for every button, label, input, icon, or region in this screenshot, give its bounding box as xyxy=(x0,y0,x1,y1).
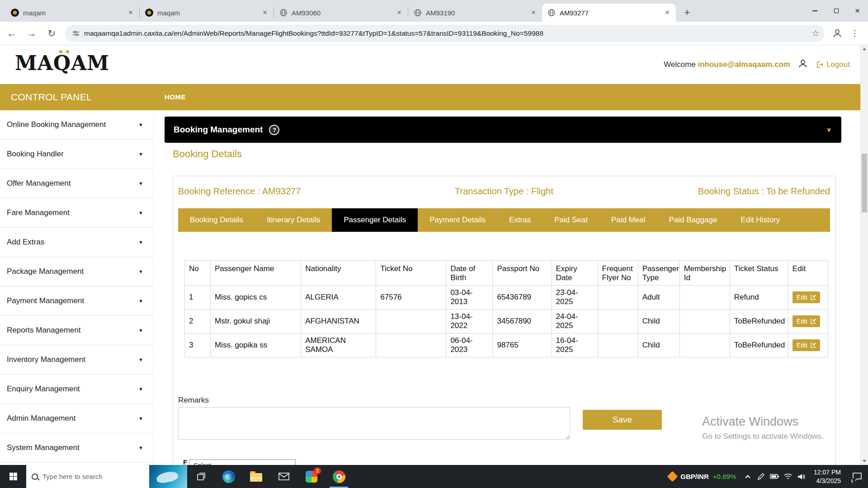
taskbar-ticker[interactable]: GBP/INR +0.89% xyxy=(663,465,741,488)
sidebar-item-add-extras[interactable]: Add Extras▼ xyxy=(0,228,153,257)
edit-passenger-2-button[interactable]: Edit xyxy=(793,315,820,327)
sidebar-item-reports-management[interactable]: Reports Management▼ xyxy=(0,316,153,345)
edit-passenger-1-button[interactable]: Edit xyxy=(793,291,820,303)
tab-paid-meal[interactable]: Paid Meal xyxy=(599,208,657,232)
cell: Refund xyxy=(730,286,788,310)
pinned-app-taskbar-button[interactable]: 3 xyxy=(297,465,325,488)
back-button[interactable]: ← xyxy=(3,24,21,42)
chevron-down-icon: ▼ xyxy=(138,269,143,274)
tab-paid-baggage[interactable]: Paid Baggage xyxy=(657,208,729,232)
action-center-button[interactable]: 9 xyxy=(846,465,868,488)
tab-close-icon[interactable]: × xyxy=(260,8,270,18)
remarks-textarea[interactable] xyxy=(178,407,570,440)
tab-close-icon[interactable]: × xyxy=(394,8,404,18)
restore-button[interactable] xyxy=(826,0,847,22)
column-header: Ticket No xyxy=(376,261,446,286)
page-scrollbar[interactable] xyxy=(860,45,868,465)
browser-tab-4[interactable]: AM93190 × xyxy=(408,4,542,22)
clipped-select-dropdown[interactable]: Select xyxy=(189,460,296,465)
user-icon[interactable] xyxy=(797,58,808,71)
refresh-button[interactable]: ↻ xyxy=(42,24,61,42)
tray-expand-button[interactable] xyxy=(741,465,754,488)
sidebar-item-system-management[interactable]: System Management▼ xyxy=(0,433,153,463)
site-header: MAQAM Welcome inhouse@almaqaam.com Logou… xyxy=(0,45,868,84)
tab-passenger-details[interactable]: Passenger Details xyxy=(332,208,418,232)
tab-extras[interactable]: Extras xyxy=(497,208,542,232)
start-button[interactable] xyxy=(0,465,26,488)
tab-close-icon[interactable]: × xyxy=(528,8,538,18)
scrollbar-up-arrow[interactable] xyxy=(861,45,868,53)
logout-label: Logout xyxy=(826,60,850,69)
chrome-taskbar-button[interactable] xyxy=(325,465,353,488)
collapse-caret-icon[interactable]: ▼ xyxy=(826,126,832,134)
window-close-button[interactable]: × xyxy=(847,0,868,22)
browser-tab-5-active[interactable]: AM93277 × xyxy=(542,4,676,22)
sidebar-item-package-management[interactable]: Package Management▼ xyxy=(0,257,153,286)
browser-menu-icon[interactable]: ⋮ xyxy=(847,26,863,41)
help-icon[interactable]: ? xyxy=(269,125,279,135)
cell: Child xyxy=(638,310,679,333)
save-button[interactable]: Save xyxy=(583,410,662,430)
clipped-label-fragment: F xyxy=(183,458,187,465)
profile-avatar-icon[interactable] xyxy=(829,25,845,42)
cell xyxy=(376,333,446,357)
browser-tab-2[interactable]: maqam × xyxy=(140,4,274,22)
sidebar-item-enquiry-management[interactable]: Enquiry Management▼ xyxy=(0,375,153,404)
cell: 1 xyxy=(185,286,211,310)
bookmark-star-icon[interactable]: ☆ xyxy=(809,27,822,40)
url-text: maqaamqa1admin.caxita.ca/en/AdminWeb/Rep… xyxy=(84,29,805,38)
tab-paid-seat[interactable]: Paid Seat xyxy=(542,208,599,232)
search-input[interactable] xyxy=(42,473,131,480)
sidebar-item-offer-management[interactable]: Offer Management▼ xyxy=(0,169,153,198)
sidebar-item-admin-management[interactable]: Admin Management▼ xyxy=(0,404,153,433)
browser-tab-1[interactable]: maqam × xyxy=(5,4,139,22)
mail-taskbar-button[interactable] xyxy=(270,465,297,488)
sidebar-item-fare-management[interactable]: Fare Management▼ xyxy=(0,198,153,228)
maqam-favicon xyxy=(145,9,153,17)
cell xyxy=(376,310,446,333)
tab-title: maqam xyxy=(157,9,256,17)
minimize-button[interactable] xyxy=(804,0,826,22)
news-widget-thumbnail[interactable] xyxy=(149,465,187,488)
tab-close-icon[interactable]: × xyxy=(662,8,672,18)
edge-taskbar-button[interactable] xyxy=(215,465,242,488)
wifi-tray-icon[interactable] xyxy=(781,465,795,488)
edit-label: Edit xyxy=(797,318,807,325)
column-header: No xyxy=(185,261,211,286)
cell: 67576 xyxy=(376,286,446,310)
forward-button[interactable]: → xyxy=(23,24,41,42)
tab-payment-details[interactable]: Payment Details xyxy=(418,208,497,232)
logout-button[interactable]: Logout xyxy=(816,60,850,69)
chevron-down-icon: ▼ xyxy=(138,181,143,186)
browser-tab-3[interactable]: AM93060 × xyxy=(274,4,408,22)
task-view-button[interactable] xyxy=(187,465,215,488)
scrollbar-thumb[interactable] xyxy=(862,154,867,212)
tab-edit-history[interactable]: Edit History xyxy=(729,208,792,232)
passenger-table: No Passenger Name Nationality Ticket No … xyxy=(184,260,828,357)
tab-itinerary-details[interactable]: Itinerary Details xyxy=(255,208,332,232)
site-info-icon[interactable] xyxy=(72,30,80,37)
edit-passenger-3-button[interactable]: Edit xyxy=(793,339,820,351)
globe-favicon xyxy=(547,9,556,17)
sidebar-item-inventory-management[interactable]: Inventory Management▼ xyxy=(0,345,153,375)
booking-management-bar[interactable]: Booking Management ? ▼ xyxy=(165,117,841,143)
scrollbar-down-arrow[interactable] xyxy=(861,457,868,465)
file-explorer-taskbar-button[interactable] xyxy=(242,465,270,488)
maqam-logo[interactable]: MAQAM xyxy=(15,52,109,75)
sidebar-item-booking-handler[interactable]: Booking Handler▼ xyxy=(0,140,153,169)
nav-home[interactable]: HOME xyxy=(165,84,186,110)
taskbar-clock[interactable]: 12:07 PM 4/3/2025 xyxy=(808,468,846,484)
passenger-row: 3 Miss. gopika ss AMERICAN SAMOA 06-04-2… xyxy=(185,333,828,357)
battery-tray-icon[interactable] xyxy=(768,465,781,488)
cell: Adult xyxy=(638,286,679,310)
volume-tray-icon[interactable] xyxy=(795,465,808,488)
tab-close-icon[interactable]: × xyxy=(126,8,136,18)
sidebar-item-payment-management[interactable]: Payment Management▼ xyxy=(0,286,153,316)
taskbar-search[interactable] xyxy=(26,465,149,488)
sidebar-item-online-booking-management[interactable]: Online Booking Management▼ xyxy=(0,110,153,140)
address-bar[interactable]: maqaamqa1admin.caxita.ca/en/AdminWeb/Rep… xyxy=(65,25,825,42)
new-tab-button[interactable]: + xyxy=(679,5,695,20)
pen-tray-icon[interactable] xyxy=(754,465,768,488)
search-icon xyxy=(32,474,38,480)
tab-booking-details[interactable]: Booking Details xyxy=(178,208,255,232)
